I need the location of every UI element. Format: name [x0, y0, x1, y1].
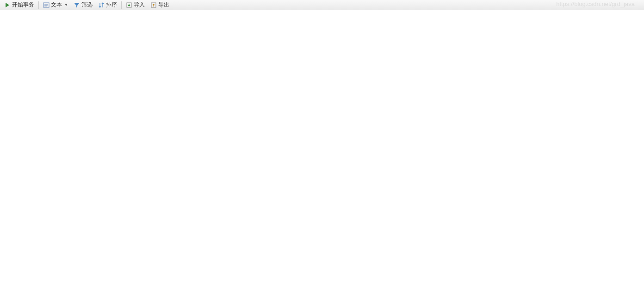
text-button[interactable]: 文本 ▼ [41, 0, 70, 9]
start-transaction-button[interactable]: 开始事务 [2, 0, 37, 9]
import-icon [126, 2, 132, 8]
separator [38, 1, 39, 9]
export-button[interactable]: 导出 [148, 0, 172, 9]
chevron-down-icon: ▼ [64, 3, 68, 7]
toolbar-label: 筛选 [81, 1, 93, 9]
export-icon [150, 2, 157, 8]
toolbar-label: 排序 [106, 1, 117, 9]
toolbar-label: 导出 [158, 1, 169, 9]
sort-icon [98, 2, 105, 8]
svg-marker-5 [74, 3, 80, 7]
filter-icon [74, 2, 80, 8]
sort-button[interactable]: 排序 [96, 0, 119, 9]
toolbar-label: 文本 [51, 1, 62, 9]
text-icon [43, 2, 50, 8]
toolbar: 开始事务 文本 ▼ 筛选 排序 导入 导出 [0, 0, 644, 10]
filter-button[interactable]: 筛选 [71, 0, 95, 9]
toolbar-label: 导入 [134, 1, 145, 9]
import-button[interactable]: 导入 [124, 0, 147, 9]
svg-marker-0 [6, 3, 9, 7]
play-icon [4, 2, 11, 8]
separator [121, 1, 122, 9]
toolbar-label: 开始事务 [12, 1, 34, 9]
